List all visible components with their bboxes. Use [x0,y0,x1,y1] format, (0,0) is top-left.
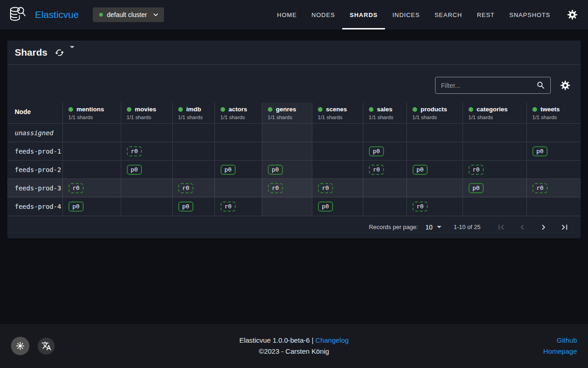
shard-badge-p0[interactable]: p0 [532,146,548,156]
first-page-button[interactable] [496,222,506,232]
shard-cell: p0 [172,197,215,216]
shard-badge-r0[interactable]: r0 [220,201,236,212]
cluster-status-dot [99,13,103,17]
footer-center: Elasticvue 1.0.0-beta-6 | Changelog ©202… [239,335,349,357]
theme-toggle-button[interactable] [11,337,29,355]
column-header-categories[interactable]: categories1/1 shards [463,103,526,124]
nav-item-shards[interactable]: SHARDS [342,0,385,29]
table-row-feeds-prod-4: feeds-prod-4p0p0r0p0r0 [7,197,581,216]
refresh-button[interactable] [55,48,64,58]
table-row-feeds-prod-1: feeds-prod-1r0p0p0 [7,142,581,161]
brand-title[interactable]: Elasticvue [35,9,79,20]
shard-cell: p0 [121,161,172,179]
column-header-movies[interactable]: movies1/1 shards [121,103,172,124]
filter-box [435,77,551,94]
last-page-icon [560,222,570,232]
shard-cell [121,179,172,197]
last-page-button[interactable] [560,222,570,232]
index-status-dot [68,107,73,112]
shard-cell [463,197,526,216]
refresh-icon [55,48,64,58]
column-header-scenes[interactable]: scenes1/1 shards [312,103,363,124]
caret-down-icon [437,226,441,228]
column-header-imdb[interactable]: imdb1/1 shards [172,103,215,124]
shard-cell [407,142,463,161]
previous-page-button[interactable] [517,222,527,232]
shard-cell: r0 [262,179,312,197]
shard-badge-p0[interactable]: p0 [268,165,283,175]
shard-cell: r0 [463,161,526,179]
chevron-down-icon [151,10,160,19]
shard-badge-p0[interactable]: p0 [220,165,236,175]
cluster-selector-button[interactable]: default cluster [93,7,164,22]
index-status-dot [469,107,473,112]
shard-count-label: 1/1 shards [369,115,401,120]
language-button[interactable] [38,338,55,355]
index-name: actors [229,106,248,113]
table-settings-gear-icon[interactable] [560,80,571,91]
shard-badge-r0[interactable]: r0 [369,165,384,175]
shard-badge-r0[interactable]: r0 [127,146,142,156]
shard-badge-p0[interactable]: p0 [469,183,484,193]
filter-input[interactable] [441,82,536,89]
nav-item-search[interactable]: SEARCH [427,0,469,29]
shard-badge-p0[interactable]: p0 [413,165,428,175]
shard-count-label: 1/1 shards [127,115,167,120]
homepage-link[interactable]: Homepage [543,346,577,357]
index-status-dot [178,107,183,112]
node-name: feeds-prod-1 [7,142,62,161]
column-header-sales[interactable]: sales1/1 shards [363,103,407,124]
page-title: Shards [15,47,47,58]
shard-cell: p0 [215,161,262,179]
main-content: Shards Node mentions1/1 shardsmovies1/1 … [0,29,588,238]
shard-badge-p0[interactable]: p0 [318,201,334,212]
column-header-genres[interactable]: genres1/1 shards [262,103,312,124]
shard-badge-r0[interactable]: r0 [178,183,194,193]
column-header-tweets[interactable]: tweets1/1 shards [526,103,581,124]
github-link[interactable]: Github [557,335,577,346]
next-page-button[interactable] [538,222,548,232]
shard-badge-p0[interactable]: p0 [127,165,142,175]
node-column-header: Node [7,103,62,124]
shard-badge-r0[interactable]: r0 [268,183,283,193]
shard-cell [363,179,407,197]
shard-cell [363,197,407,216]
settings-gear-icon[interactable] [567,9,578,20]
shard-badge-r0[interactable]: r0 [68,183,84,193]
shard-badge-p0[interactable]: p0 [369,146,384,156]
shard-count-label: 1/1 shards [220,115,256,120]
shard-count-label: 1/1 shards [178,115,209,120]
shard-badge-p0[interactable]: p0 [68,201,84,212]
shard-cell: r0 [526,179,581,197]
index-status-dot [369,107,373,112]
shard-count-label: 1/1 shards [68,115,115,120]
nav-item-nodes[interactable]: NODES [304,0,342,29]
column-header-mentions[interactable]: mentions1/1 shards [62,103,121,124]
shard-count-label: 1/1 shards [469,115,521,120]
shard-cell [215,124,262,142]
shard-badge-p0[interactable]: p0 [178,201,194,212]
node-name: feeds-prod-2 [7,161,62,179]
refresh-options-dropdown[interactable] [70,48,74,57]
nav-item-indices[interactable]: INDICES [385,0,427,29]
column-header-products[interactable]: products1/1 shards [407,103,463,124]
shard-badge-r0[interactable]: r0 [318,183,334,193]
shard-cell [526,124,581,142]
changelog-link[interactable]: Changelog [316,336,349,344]
node-name: unassigned [7,124,62,142]
search-icon [536,80,546,90]
shard-badge-r0[interactable]: r0 [469,165,484,175]
shard-cell: p0 [363,142,407,161]
nav-item-home[interactable]: HOME [270,0,304,29]
version-text: Elasticvue 1.0.0-beta-6 | [239,336,313,344]
shard-badge-r0[interactable]: r0 [532,183,548,193]
records-per-page-select[interactable]: 10 [425,224,442,231]
nav-item-snapshots[interactable]: SNAPSHOTS [502,0,558,29]
filter-row [7,65,581,103]
nav-item-rest[interactable]: REST [469,0,502,29]
index-status-dot [532,107,537,112]
column-header-actors[interactable]: actors1/1 shards [215,103,262,124]
shard-cell [526,197,581,216]
shard-badge-r0[interactable]: r0 [413,201,428,212]
cluster-name: default cluster [107,11,147,18]
